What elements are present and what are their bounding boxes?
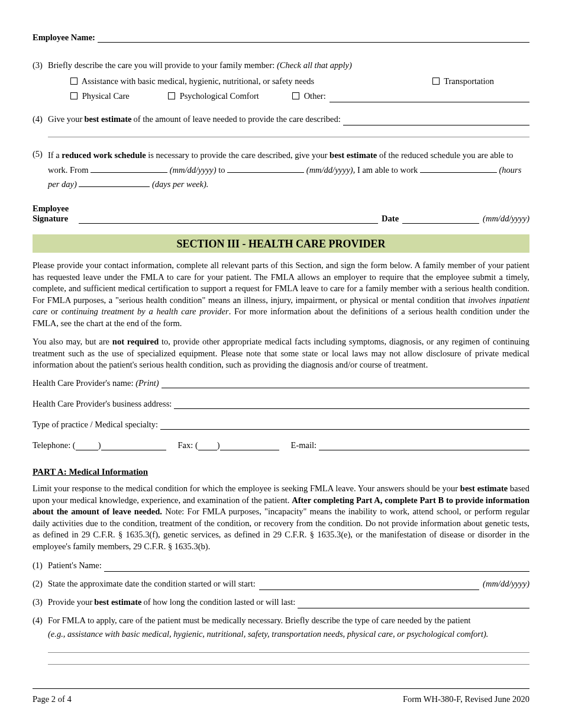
q3-num: (3) [33, 59, 48, 102]
q5-mm1: (mm/dd/yyyy) [170, 165, 217, 175]
q3-opt3-wrap: Physical Care [70, 90, 168, 102]
signature-row: Employee Signature Date (mm/dd/yyyy) [33, 204, 529, 224]
pa-q2-hint: (mm/dd/yyyy) [483, 578, 529, 590]
checkbox-transportation[interactable] [432, 78, 440, 85]
s3-p2a: You also may, but are [33, 337, 112, 346]
hcp-name-field[interactable] [162, 380, 529, 388]
pa-q1-num: (1) [33, 559, 48, 572]
part-a-intro: Limit your response to the medical condi… [33, 483, 529, 552]
pa-q4-num: (4) [33, 614, 48, 664]
q5-b2: best estimate [330, 150, 377, 160]
hcp-address-row: Health Care Provider's business address: [33, 399, 529, 409]
section3-para2: You also may, but are not required to, p… [33, 336, 529, 371]
q4-post: of the amount of leave needed to provide… [134, 113, 341, 125]
q3-opt4: Psychological Comfort [180, 91, 259, 101]
checkbox-psychological-comfort[interactable] [168, 92, 175, 99]
q4-bold: best estimate [84, 113, 131, 125]
q4-field[interactable] [343, 117, 529, 125]
q3-hint: (Check all that apply) [277, 60, 352, 70]
footer-left: Page 2 of 4 [33, 694, 72, 704]
telephone-label: Telephone: ( [33, 440, 76, 450]
pa-p1a: Limit your response to the medical condi… [33, 484, 460, 493]
q5-b1: reduced work schedule [62, 150, 146, 160]
pa-q4-line1[interactable] [48, 643, 529, 653]
condition-duration-field[interactable] [298, 600, 529, 608]
pa-p1b: best estimate [460, 484, 508, 493]
pa-q3b: best estimate [94, 596, 141, 608]
q3-opt1: Assistance with basic medical, hygienic,… [82, 76, 314, 86]
employee-name-row: Employee Name: [33, 33, 529, 43]
checkbox-other[interactable] [292, 92, 299, 99]
q5-from-field[interactable] [91, 172, 167, 173]
s3-p1d: continuing treatment by a health care pr… [62, 307, 229, 316]
page-footer: Page 2 of 4 Form WH-380-F, Revised June … [33, 694, 529, 704]
checkbox-physical-care[interactable] [70, 92, 77, 99]
q5-to: to [217, 165, 228, 175]
pa-q4b: (e.g., assistance with basic medical, hy… [48, 628, 529, 640]
q5-hours-field[interactable] [420, 172, 497, 173]
pa-q2-label: State the approximate date the condition… [48, 578, 256, 590]
sig-datehint: (mm/dd/yyyy) [483, 214, 529, 224]
other-field[interactable] [330, 94, 529, 102]
hcp-name-label: Health Care Provider's name: [33, 378, 135, 388]
q5-t4: I am able to work [355, 165, 420, 175]
footer-divider [33, 688, 529, 689]
s3-p1c: or [47, 307, 61, 316]
q3-opt2-wrap: Transportation [432, 75, 529, 88]
pa-q3: (3) Provide your best estimate of how lo… [33, 596, 529, 608]
hcp-address-label: Health Care Provider's business address: [33, 399, 172, 409]
q3-text: Briefly describe the care you will provi… [48, 60, 274, 70]
s3-p1a: Please provide your contact information,… [33, 260, 529, 305]
sig-emp2: Signature [33, 214, 75, 224]
q5-hpd: (hours per day) [48, 165, 521, 189]
pa-q4: (4) For FMLA to apply, care of the patie… [33, 614, 529, 664]
date-field[interactable] [402, 215, 479, 224]
q5-to-field[interactable] [227, 172, 304, 173]
q5-num: (5) [33, 148, 48, 192]
sig-emp1: Employee [33, 204, 75, 214]
pa-q3a: Provide your [48, 596, 92, 608]
tel-number-field[interactable] [101, 442, 166, 450]
email-label: E-mail: [291, 440, 317, 450]
email-field[interactable] [319, 442, 529, 450]
q3-opt5-wrap: Other: [292, 90, 326, 102]
pa-q4a: For FMLA to apply, care of the patient m… [48, 616, 470, 625]
fax-area-field[interactable] [198, 442, 217, 450]
q3-opt5: Other: [304, 91, 326, 101]
hcp-name-print: (Print) [135, 378, 159, 388]
question-3: (3) Briefly describe the care you will p… [33, 59, 529, 102]
pa-q1-label: Patient's Name: [48, 559, 102, 572]
condition-start-field[interactable] [259, 582, 479, 590]
fax-label: Fax: ( [178, 440, 198, 450]
pa-q2: (2) State the approximate date the condi… [33, 578, 529, 590]
signature-field[interactable] [79, 215, 378, 224]
pa-q4-line2[interactable] [48, 655, 529, 665]
q3-opt2: Transportation [444, 76, 494, 86]
hcp-specialty-field[interactable] [160, 421, 529, 430]
question-4: (4) Give your best estimate of the amoun… [33, 113, 529, 137]
hcp-address-field[interactable] [174, 401, 529, 409]
q5-days-field[interactable] [79, 186, 150, 187]
section-3-header: SECTION III - HEALTH CARE PROVIDER [33, 234, 529, 253]
hcp-specialty-row: Type of practice / Medical specialty: [33, 420, 529, 430]
q4-num: (4) [33, 113, 48, 137]
employee-name-label: Employee Name: [33, 33, 95, 43]
q3-opt3: Physical Care [82, 91, 130, 101]
q3-opt4-wrap: Psychological Comfort [168, 90, 292, 102]
part-a-heading: PART A: Medical Information [33, 467, 529, 477]
hcp-name-row: Health Care Provider's name: (Print) [33, 378, 529, 388]
pa-q3-num: (3) [33, 596, 48, 608]
pa-q3c: of how long the condition lasted or will… [143, 596, 295, 608]
employee-name-field[interactable] [98, 34, 529, 43]
contact-row: Telephone: () Fax: () E-mail: [33, 440, 529, 450]
q4-pre: Give your [48, 113, 82, 125]
fax-number-field[interactable] [220, 442, 279, 450]
s3-p2b: not required [112, 337, 159, 346]
q5-dpw: (days per week). [152, 179, 208, 189]
tel-area-field[interactable] [76, 442, 98, 450]
section3-para1: Please provide your contact information,… [33, 260, 529, 329]
q4-line2[interactable] [48, 128, 529, 137]
sig-date: Date [382, 214, 399, 224]
checkbox-assistance[interactable] [70, 78, 77, 85]
patient-name-field[interactable] [104, 563, 529, 572]
